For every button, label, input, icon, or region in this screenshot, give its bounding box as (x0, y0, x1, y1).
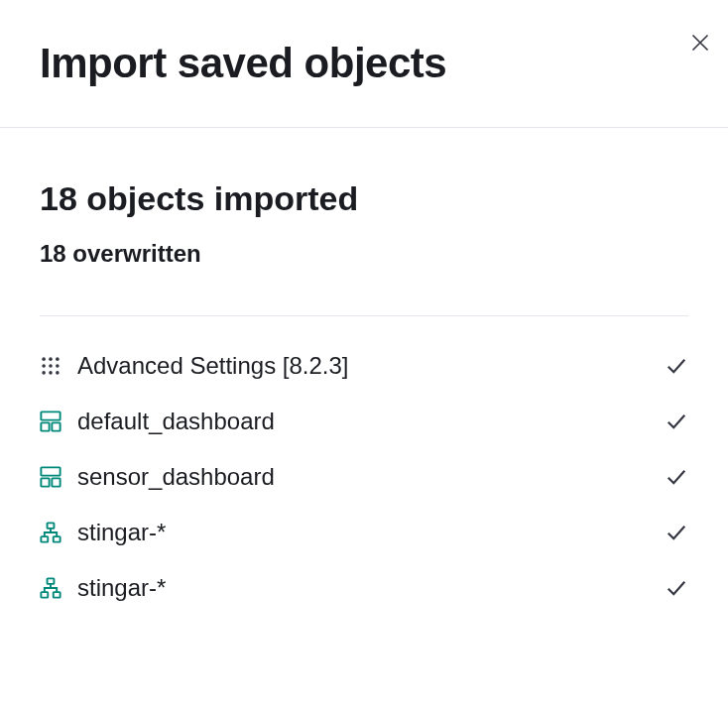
flyout-body: 18 objects imported 18 overwritten Advan… (0, 128, 728, 602)
object-label: Advanced Settings [8.2.3] (77, 352, 649, 380)
svg-rect-18 (48, 578, 55, 584)
divider (40, 315, 688, 316)
import-summary-count: 18 objects imported (40, 179, 688, 218)
check-icon (665, 354, 688, 378)
object-label: sensor_dashboard (77, 463, 649, 491)
svg-point-2 (56, 357, 60, 361)
object-label: stingar-* (77, 574, 649, 602)
check-icon (665, 521, 688, 544)
dashboard-icon (40, 466, 61, 488)
svg-rect-15 (48, 523, 55, 529)
check-icon (665, 576, 688, 600)
list-item: stingar-* (40, 574, 688, 602)
page-title: Import saved objects (40, 40, 688, 87)
list-item: stingar-* (40, 519, 688, 546)
svg-rect-14 (52, 478, 60, 486)
list-item: default_dashboard (40, 408, 688, 435)
svg-point-7 (49, 371, 53, 375)
flyout-header: Import saved objects (0, 0, 728, 128)
svg-rect-13 (41, 478, 49, 486)
svg-rect-10 (41, 422, 49, 430)
import-overwritten-count: 18 overwritten (40, 240, 688, 268)
index-pattern-icon (40, 522, 61, 543)
svg-rect-20 (54, 592, 61, 598)
dashboard-icon (40, 411, 61, 432)
list-item: Advanced Settings [8.2.3] (40, 352, 688, 380)
close-icon (690, 33, 710, 56)
svg-point-0 (42, 357, 46, 361)
check-icon (665, 410, 688, 433)
advanced-settings-icon (40, 355, 61, 377)
imported-objects-list: Advanced Settings [8.2.3] default_dashbo… (40, 352, 688, 602)
svg-point-5 (56, 364, 60, 368)
check-icon (665, 465, 688, 489)
index-pattern-icon (40, 577, 61, 599)
svg-point-6 (42, 371, 46, 375)
svg-point-8 (56, 371, 60, 375)
object-label: default_dashboard (77, 408, 649, 435)
svg-point-1 (49, 357, 53, 361)
svg-rect-17 (54, 536, 61, 542)
svg-rect-19 (41, 592, 48, 598)
svg-rect-9 (41, 412, 60, 419)
svg-rect-16 (41, 536, 48, 542)
list-item: sensor_dashboard (40, 463, 688, 491)
svg-point-4 (49, 364, 53, 368)
close-button[interactable] (684, 28, 716, 59)
svg-rect-12 (41, 467, 60, 475)
svg-rect-11 (52, 422, 60, 430)
object-label: stingar-* (77, 519, 649, 546)
svg-point-3 (42, 364, 46, 368)
